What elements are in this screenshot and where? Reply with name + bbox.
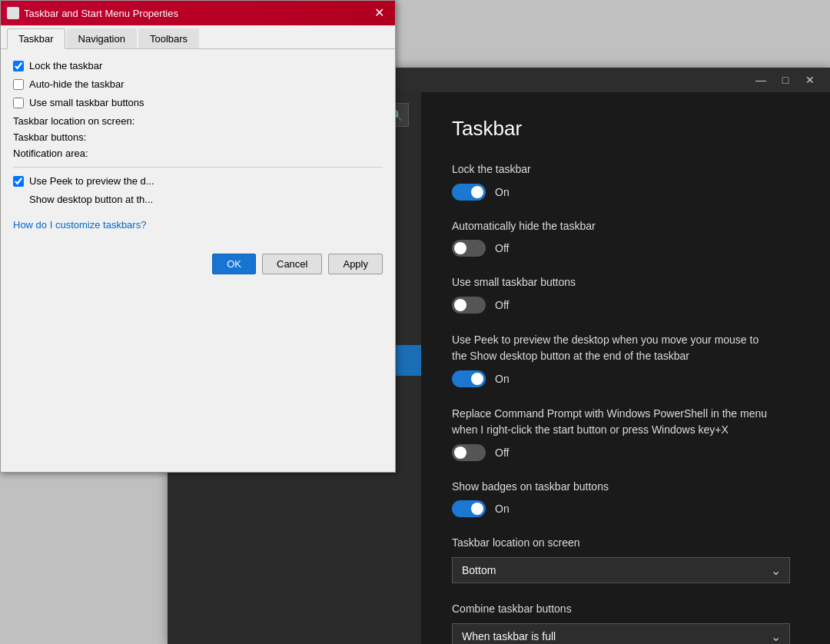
small-buttons-setting: Use small taskbar buttons Off (452, 275, 799, 314)
autohide-setting: Automatically hide the taskbar Off (452, 219, 799, 257)
peek-toggle-row: On (452, 370, 799, 387)
peek-label: Use Peek to preview the d... (29, 175, 154, 187)
small-buttons-setting-label: Use small taskbar buttons (452, 275, 799, 290)
small-buttons-label: Use small taskbar buttons (29, 97, 144, 108)
lock-taskbar-row: Lock the taskbar (13, 60, 383, 71)
notif-area-label: Notification area: (13, 148, 383, 159)
location-setting-label: Taskbar location on screen (452, 536, 799, 551)
tab-taskbar[interactable]: Taskbar (7, 28, 65, 49)
tab-toolbars[interactable]: Toolbars (138, 28, 199, 48)
cancel-button[interactable]: Cancel (262, 254, 322, 274)
autohide-setting-label: Automatically hide the taskbar (452, 219, 799, 234)
powershell-setting-label: Replace Command Prompt with Windows Powe… (452, 406, 799, 438)
autohide-toggle-label: Off (495, 242, 509, 254)
small-buttons-knob (454, 299, 466, 311)
settings-main-panel: Taskbar Lock the taskbar On Automaticall… (421, 92, 830, 644)
taskbar-props-tabs: Taskbar Navigation Toolbars (1, 25, 395, 49)
minimize-button[interactable]: — (750, 71, 772, 88)
autohide-toggle[interactable] (452, 240, 486, 257)
taskbar-props-app-icon (7, 7, 19, 19)
taskbar-props-title: Taskbar and Start Menu Properties (24, 8, 178, 19)
powershell-toggle[interactable] (452, 444, 486, 461)
customize-taskbars-link[interactable]: How do I customize taskbars? (13, 219, 383, 231)
peek-label2: Show desktop button at th... (29, 194, 383, 205)
taskbar-properties-window: Taskbar and Start Menu Properties ✕ Task… (0, 0, 396, 473)
combine-setting: Combine taskbar buttons Always, hide lab… (452, 602, 799, 644)
badges-setting: Show badges on taskbar buttons On (452, 480, 799, 518)
small-buttons-toggle[interactable] (452, 297, 486, 314)
lock-taskbar-setting-label: Lock the taskbar (452, 162, 799, 178)
badges-toggle-label: On (495, 503, 510, 515)
small-buttons-toggle-label: Off (495, 299, 509, 311)
badges-setting-label: Show badges on taskbar buttons (452, 480, 799, 495)
location-dropdown[interactable]: Bottom Top Left Right (452, 557, 790, 583)
taskbar-props-close-button[interactable]: ✕ (370, 5, 389, 21)
powershell-knob (454, 446, 466, 459)
autohide-toggle-row: Off (452, 240, 799, 257)
lock-taskbar-setting: Lock the taskbar On (452, 162, 799, 201)
window-controls: — □ ✕ (750, 71, 821, 88)
badges-knob (471, 503, 483, 515)
badges-toggle-row: On (452, 500, 799, 517)
location-label: Taskbar location on screen: (13, 115, 383, 127)
peek-checkbox[interactable] (13, 176, 24, 187)
peek-toggle-label: On (495, 373, 510, 385)
tab-navigation[interactable]: Navigation (67, 28, 137, 48)
combine-dropdown-wrap: Always, hide labels When taskbar is full… (452, 623, 790, 644)
autohide-label: Auto-hide the taskbar (29, 78, 124, 90)
location-setting: Taskbar location on screen Bottom Top Le… (452, 536, 799, 583)
autohide-knob (454, 242, 466, 254)
taskbar-props-titlebar: Taskbar and Start Menu Properties ✕ (1, 1, 395, 25)
peek-knob (471, 373, 483, 385)
maximize-button[interactable]: □ (775, 71, 796, 88)
powershell-toggle-row: Off (452, 444, 799, 461)
peek-setting: Use Peek to preview the desktop when you… (452, 332, 799, 387)
peek-toggle[interactable] (452, 370, 486, 387)
lock-taskbar-label: Lock the taskbar (29, 60, 102, 71)
combine-setting-label: Combine taskbar buttons (452, 602, 799, 617)
small-buttons-checkbox[interactable] (13, 98, 24, 108)
lock-taskbar-checkbox[interactable] (13, 61, 24, 71)
location-dropdown-wrap: Bottom Top Left Right (452, 557, 790, 583)
small-buttons-row: Use small taskbar buttons (13, 97, 383, 108)
lock-taskbar-toggle-row: On (452, 184, 799, 201)
close-button[interactable]: ✕ (799, 71, 821, 88)
autohide-checkbox[interactable] (13, 79, 24, 90)
ok-button[interactable]: OK (212, 254, 256, 274)
peek-setting-label: Use Peek to preview the desktop when you… (452, 332, 799, 364)
lock-taskbar-toggle-label: On (495, 186, 510, 198)
small-buttons-toggle-row: Off (452, 297, 799, 314)
buttons-label: Taskbar buttons: (13, 131, 383, 143)
autohide-row: Auto-hide the taskbar (13, 78, 383, 90)
badges-toggle[interactable] (452, 500, 486, 517)
peek-row: Use Peek to preview the d... (13, 175, 383, 187)
powershell-toggle-label: Off (495, 446, 509, 459)
lock-taskbar-knob (471, 186, 483, 198)
settings-page-title: Taskbar (452, 117, 799, 141)
apply-button[interactable]: Apply (328, 254, 383, 274)
lock-taskbar-toggle[interactable] (452, 184, 486, 201)
combine-dropdown[interactable]: Always, hide labels When taskbar is full… (452, 623, 790, 644)
powershell-setting: Replace Command Prompt with Windows Powe… (452, 406, 799, 461)
taskbar-props-body: Lock the taskbar Auto-hide the taskbar U… (1, 49, 395, 472)
